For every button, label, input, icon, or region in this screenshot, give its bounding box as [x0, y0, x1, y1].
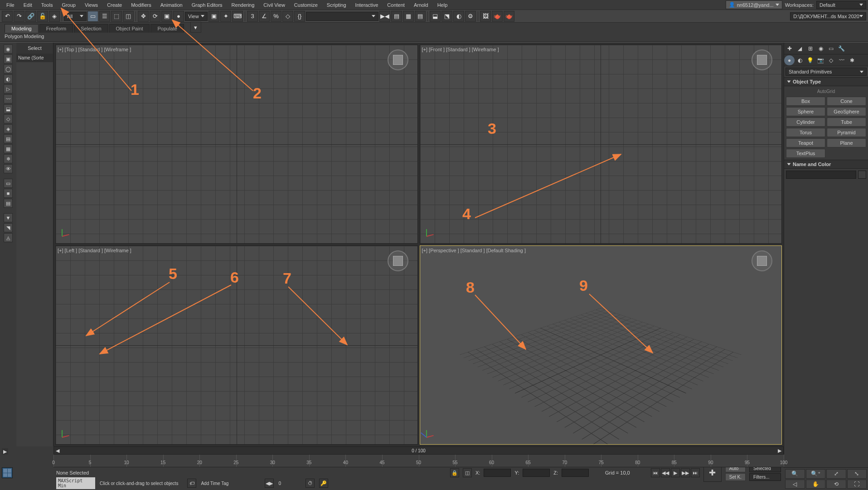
helpers-icon[interactable]: ◇	[826, 55, 836, 65]
zoom-icon[interactable]: 🔍	[785, 469, 805, 479]
menu-edit[interactable]: Edit	[19, 1, 37, 9]
tool-icon[interactable]: ▤	[4, 199, 13, 208]
menu-modifiers[interactable]: Modifiers	[126, 1, 156, 9]
viewcube[interactable]	[388, 250, 408, 271]
modify-tab-icon[interactable]: ◢	[795, 44, 805, 54]
viewcube[interactable]	[388, 49, 408, 70]
spinner-snap-button[interactable]: ◇	[282, 11, 293, 22]
tool-icon[interactable]: ▭	[4, 179, 13, 188]
window-crossing-button[interactable]: ◫	[123, 11, 134, 22]
manipulate-button[interactable]: ✦	[220, 11, 231, 22]
scene-explorer-column[interactable]: Name (Sorte	[16, 54, 53, 62]
move-button[interactable]: ✥	[138, 11, 149, 22]
bind-button[interactable]: ◈	[49, 11, 60, 22]
primitive-box-button[interactable]: Box	[786, 97, 825, 106]
tool-icon[interactable]: ▷	[4, 84, 13, 93]
menu-civilview[interactable]: Civil View	[259, 1, 289, 9]
add-time-tag[interactable]: Add Time Tag	[201, 481, 228, 486]
link-button[interactable]: 🔗	[25, 11, 36, 22]
align-button[interactable]: ▤	[391, 11, 402, 22]
name-color-rollout[interactable]: Name and Color	[784, 160, 868, 169]
primitive-pyramid-button[interactable]: Pyramid	[827, 128, 866, 137]
shapes-icon[interactable]: ◐	[795, 55, 805, 65]
play-script-icon[interactable]: ▶	[2, 448, 8, 455]
material-editor-button[interactable]: ◐	[453, 11, 464, 22]
play-icon[interactable]: ▶	[671, 468, 680, 477]
time-slider[interactable]: ◀ 0 / 100 ▶	[53, 446, 784, 455]
prev-frame-icon[interactable]: ◀	[54, 448, 61, 454]
project-file-dropdown[interactable]: D:\ДОКУМЕНТ...ds Max 2020	[790, 12, 866, 20]
tool-icon[interactable]: ▤	[4, 134, 13, 143]
spacewarps-icon[interactable]: 〰	[836, 55, 847, 65]
tool-icon[interactable]: ⬓	[4, 104, 13, 113]
render-last-button[interactable]: 🫖	[504, 11, 514, 22]
tool-icon[interactable]: ▼	[4, 213, 13, 222]
rect-region-button[interactable]: ⬚	[111, 11, 122, 22]
ribbon-tab-freeform[interactable]: Freeform	[39, 24, 73, 33]
menu-tools[interactable]: Tools	[37, 1, 58, 9]
menu-grapheditors[interactable]: Graph Editors	[187, 1, 227, 9]
viewport-layout-button[interactable]	[2, 467, 13, 478]
tool-icon[interactable]: ◇	[4, 114, 13, 123]
zoom-all-icon[interactable]: 🔍⁺	[806, 469, 826, 479]
primitive-cylinder-button[interactable]: Cylinder	[786, 118, 825, 127]
menu-arnold[interactable]: Arnold	[409, 1, 433, 9]
snaps-3d-button[interactable]: 3	[247, 11, 258, 22]
cameras-icon[interactable]: 📷	[815, 55, 826, 65]
keyboard-shortcut-button[interactable]: ⌨	[232, 11, 243, 22]
placement-button[interactable]: ●	[173, 11, 184, 22]
unlink-button[interactable]: 🔓	[37, 11, 48, 22]
menu-customize[interactable]: Customize	[290, 1, 322, 9]
tool-icon[interactable]: ◈	[4, 124, 13, 133]
menu-interactive[interactable]: Interactive	[351, 1, 383, 9]
geometry-category-dropdown[interactable]: Standard Primitives	[786, 68, 867, 76]
autogrid-checkbox[interactable]: AutoGrid	[786, 88, 866, 97]
display-floater-icon[interactable]: ◉	[4, 44, 13, 54]
lights-icon[interactable]: 💡	[805, 55, 815, 65]
mirror-button[interactable]: ▶◀	[379, 11, 390, 22]
select-object-button[interactable]: ▭	[87, 11, 98, 22]
percent-snap-button[interactable]: %	[271, 11, 281, 22]
tool-icon[interactable]: ❄	[4, 154, 13, 163]
angle-snap-button[interactable]: ∠	[259, 11, 270, 22]
schematic-view-button[interactable]: ⬔	[441, 11, 452, 22]
render-frame-button[interactable]: 🖼	[480, 11, 491, 22]
fov-icon[interactable]: ◁	[785, 480, 805, 489]
display-tab-icon[interactable]: ▭	[826, 44, 836, 54]
systems-icon[interactable]: ✱	[847, 55, 857, 65]
filters-button[interactable]: Filters...	[749, 473, 781, 481]
ribbon-tab-objectpaint[interactable]: Object Paint	[109, 24, 150, 33]
named-selection-dropdown[interactable]	[306, 12, 378, 21]
viewport-top[interactable]: [+] [Top ] [Standard ] [Wireframe ]	[55, 44, 418, 244]
tool-icon[interactable]: ■	[4, 189, 13, 198]
render-setup-button[interactable]: ⚙	[465, 11, 476, 22]
named-selection-button[interactable]: {}	[294, 11, 305, 22]
undo-button[interactable]: ↶	[2, 11, 13, 22]
orbit-icon[interactable]: ⟲	[826, 480, 846, 489]
curve-editor-button[interactable]: ⬓	[430, 11, 441, 22]
motion-tab-icon[interactable]: ◉	[815, 44, 826, 54]
tool-icon[interactable]: 👁	[4, 164, 13, 173]
menu-views[interactable]: Views	[80, 1, 102, 9]
viewport-label[interactable]: [+] [Top ] [Standard ] [Wireframe ]	[58, 47, 131, 52]
next-frame-icon[interactable]: ▶▶	[681, 468, 690, 477]
tool-icon[interactable]: ◯	[4, 64, 13, 74]
key-mode-icon[interactable]: ◀▶	[265, 479, 274, 488]
zoom-extents-icon[interactable]: ⤢	[826, 469, 846, 479]
menu-content[interactable]: Content	[383, 1, 409, 9]
primitive-torus-button[interactable]: Torus	[786, 128, 825, 137]
y-coord-input[interactable]	[523, 469, 550, 477]
x-coord-input[interactable]	[484, 469, 511, 477]
tool-icon[interactable]: 〰	[4, 94, 13, 103]
ribbon-tab-modeling[interactable]: Modeling	[5, 24, 39, 33]
ribbon-expand-button[interactable]: ▾	[190, 22, 201, 33]
tool-icon[interactable]: ◥	[4, 223, 13, 232]
primitive-geosphere-button[interactable]: GeoSphere	[827, 107, 866, 116]
menu-animation[interactable]: Animation	[156, 1, 187, 9]
zoom-extents-all-icon[interactable]: ⤡	[847, 469, 867, 479]
primitive-textplus-button[interactable]: TextPlus	[786, 149, 825, 158]
select-name-button[interactable]: ☰	[99, 11, 110, 22]
current-frame-input[interactable]: 0	[278, 481, 301, 486]
object-color-swatch[interactable]	[858, 171, 866, 179]
viewcube[interactable]	[752, 250, 772, 271]
